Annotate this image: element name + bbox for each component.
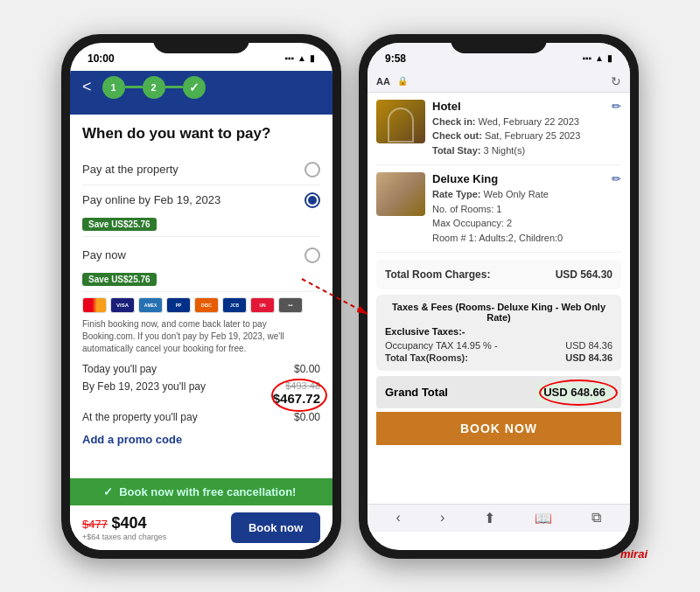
taxes-title: Taxes & Fees (Rooms- Deluxe King - Web O… — [385, 302, 612, 323]
room-occupancy: Max Occupancy: 2 — [432, 216, 621, 231]
browser-forward-btn[interactable]: › — [440, 510, 444, 526]
hotel-thumbnail — [376, 100, 425, 143]
taxes-subtitle: Exclusive Taxes:- — [385, 326, 612, 337]
pay-option-now[interactable]: Pay now — [82, 240, 320, 270]
total-tax-row: Total Tax(Rooms): USD 84.36 — [385, 352, 612, 364]
room-thumbnail — [376, 172, 425, 216]
dashed-arrow — [293, 261, 381, 331]
pay-option-online-group: Pay online by Feb 19, 2023 Save US$25.76 — [82, 185, 320, 237]
book-now-green-bar[interactable]: ✓ Book now with free cancellation! — [70, 478, 332, 505]
browser-bar: AA 🔒 ↻ — [368, 71, 630, 93]
pay-row-feb: By Feb 19, 2023 you'll pay $493.48 $467.… — [82, 378, 320, 408]
hotel-checkin: Check in: Wed, February 22 2023 — [432, 115, 621, 129]
pay-option-now-label: Pay now — [82, 248, 126, 261]
hotel-checkout: Check out: Sat, February 25 2023 — [432, 129, 621, 143]
signal-icon: ▪▪▪ — [284, 53, 294, 63]
right-battery-icon: ▮ — [607, 53, 612, 63]
taxes-section: Taxes & Fees (Rooms- Deluxe King - Web O… — [376, 295, 621, 371]
room-rate: Rate Type: Web Only Rate — [432, 187, 621, 202]
book-now-button[interactable]: Book now — [231, 512, 320, 543]
right-notch — [451, 34, 547, 53]
charges-section: Total Room Charges: USD 564.30 — [376, 260, 621, 289]
right-signal-icon: ▪▪▪ — [582, 53, 592, 63]
pay-today-label: Today you'll pay — [82, 363, 157, 375]
browser-reload-icon[interactable]: ↻ — [611, 74, 621, 88]
pay-row-property: At the property you'll pay $0.00 — [82, 408, 320, 426]
pay-option-property-label: Pay at the property — [82, 163, 178, 176]
total-tax-label: Total Tax(Rooms): — [385, 352, 468, 363]
paypal-icon: PP — [166, 297, 191, 313]
hotel-edit-icon[interactable]: ✏ — [612, 100, 621, 113]
booking-note: Finish booking now, and come back later … — [82, 318, 320, 355]
pay-option-online[interactable]: Pay online by Feb 19, 2023 — [82, 185, 320, 215]
pay-feb-label: By Feb 19, 2023 you'll pay — [82, 380, 206, 406]
mastercard-icon — [82, 297, 107, 313]
left-bottom: ✓ Book now with free cancellation! $477 … — [70, 477, 332, 550]
amex-icon: AMEX — [138, 297, 163, 313]
browser-share-icon[interactable]: ⬆ — [484, 510, 495, 526]
left-notch — [153, 34, 249, 53]
step-indicator: 1 2 ✓ — [102, 76, 206, 99]
room-count: No. of Rooms: 1 — [432, 202, 621, 217]
occupancy-tax-label: Occupancy TAX 14.95 % - — [385, 340, 498, 351]
jcb-icon: JCB — [222, 297, 247, 313]
occupancy-tax-amount: USD 84.36 — [565, 340, 612, 351]
page-title: When do you want to pay? — [82, 125, 320, 143]
browser-back-btn[interactable]: ‹ — [396, 510, 401, 526]
unionpay-icon: UN — [250, 297, 275, 313]
pay-option-property[interactable]: Pay at the property — [82, 155, 320, 185]
step-2: 2 — [143, 76, 165, 99]
mirai-logo: mirai — [620, 547, 648, 561]
book-now-orange-button[interactable]: BOOK NOW — [376, 412, 621, 445]
pay-option-now-group: Pay now Save US$25.76 — [82, 240, 320, 292]
pay-option-online-label: Pay online by Feb 19, 2023 — [82, 193, 220, 206]
pay-feb-amount-strike: $493.48 — [273, 380, 320, 391]
browser-tabs-icon[interactable]: ⧉ — [592, 510, 601, 526]
price-new: $404 — [111, 514, 146, 532]
room-title: Deluxe King — [432, 172, 621, 185]
payment-cards: VISA AMEX PP DISC JCB UN ••• — [82, 297, 320, 313]
total-charges-label: Total Room Charges: — [385, 268, 490, 281]
step-line-1 — [125, 86, 143, 88]
left-status-icons: ▪▪▪ ▲ ▮ — [284, 53, 315, 63]
room-detail: Room # 1: Adults:2, Children:0 — [432, 231, 621, 246]
occupancy-tax-row: Occupancy TAX 14.95 % - USD 84.36 — [385, 339, 612, 352]
pay-feb-amount: $467.72 — [273, 391, 320, 406]
right-wifi-icon: ▲ — [595, 53, 604, 63]
browser-lock-icon: 🔒 — [397, 76, 408, 86]
browser-aa[interactable]: AA — [376, 76, 390, 87]
hotel-title: Hotel — [432, 100, 621, 113]
grand-total-bar: Grand Total USD 648.66 — [376, 376, 621, 408]
room-card: Deluxe King Rate Type: Web Only Rate No.… — [376, 172, 621, 253]
battery-icon: ▮ — [310, 53, 315, 63]
checkmark-icon: ✓ — [103, 485, 113, 498]
book-green-label: Book now with free cancellation! — [119, 485, 296, 498]
save-badge-online: Save US$25.76 — [82, 218, 157, 231]
pay-today-amount: $0.00 — [294, 363, 320, 375]
discover-icon: DISC — [194, 297, 219, 313]
save-badge-now: Save US$25.76 — [82, 273, 157, 286]
back-button[interactable]: < — [82, 78, 92, 96]
radio-online[interactable] — [304, 192, 320, 208]
promo-link[interactable]: Add a promo code — [82, 433, 320, 446]
total-charges-amount: USD 564.30 — [556, 268, 612, 281]
room-info: Deluxe King Rate Type: Web Only Rate No.… — [432, 172, 621, 245]
wifi-icon: ▲ — [298, 53, 306, 63]
pay-row-today: Today you'll pay $0.00 — [82, 360, 320, 378]
grand-total-value: USD 648.66 — [536, 383, 612, 401]
hotel-info: Hotel Check in: Wed, February 22 2023 Ch… — [432, 100, 621, 158]
total-tax-amount: USD 84.36 — [565, 352, 612, 363]
browser-bookmarks-icon[interactable]: 📖 — [535, 510, 552, 526]
radio-property[interactable] — [304, 162, 320, 178]
room-edit-icon[interactable]: ✏ — [612, 172, 621, 185]
hotel-arch-decoration — [388, 108, 414, 143]
total-charges-row: Total Room Charges: USD 564.30 — [385, 267, 612, 282]
price-taxes: +$64 taxes and charges — [82, 533, 166, 541]
left-header: < 1 2 ✓ — [70, 71, 332, 115]
hotel-stay: Total Stay: 3 Night(s) — [432, 143, 621, 158]
visa-icon: VISA — [110, 297, 135, 313]
right-phone: 9:58 ▪▪▪ ▲ ▮ AA 🔒 ↻ — [359, 34, 639, 559]
right-content: Hotel Check in: Wed, February 22 2023 Ch… — [368, 93, 630, 504]
svg-line-1 — [302, 279, 368, 314]
bottom-price-row: $477 $404 +$64 taxes and charges Book no… — [70, 505, 332, 550]
